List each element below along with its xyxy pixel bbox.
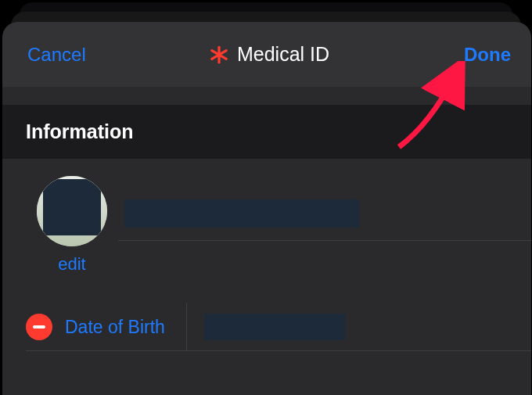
name-field[interactable] bbox=[118, 176, 531, 228]
divider-vertical bbox=[186, 303, 187, 351]
cancel-button[interactable]: Cancel bbox=[27, 44, 86, 65]
avatar[interactable] bbox=[37, 176, 107, 246]
section-content: edit Date of Birth bbox=[2, 159, 531, 351]
page-title: Medical ID bbox=[209, 43, 329, 66]
divider bbox=[118, 240, 531, 241]
spacer bbox=[2, 87, 531, 105]
date-of-birth-value-redacted[interactable] bbox=[204, 314, 345, 340]
remove-dob-button[interactable] bbox=[26, 314, 52, 340]
minus-icon bbox=[33, 325, 45, 329]
name-value-redacted bbox=[124, 199, 359, 228]
medical-asterisk-icon bbox=[209, 45, 229, 65]
done-button[interactable]: Done bbox=[464, 44, 511, 65]
section-header-information: Information bbox=[2, 105, 531, 159]
navigation-bar: Cancel Medical ID Done bbox=[2, 22, 531, 87]
modal-sheet: Cancel Medical ID Done Information bbox=[2, 22, 531, 395]
edit-photo-button[interactable]: edit bbox=[58, 254, 85, 275]
divider bbox=[26, 350, 531, 351]
avatar-redaction bbox=[43, 179, 101, 235]
date-of-birth-label[interactable]: Date of Birth bbox=[65, 317, 165, 338]
page-title-text: Medical ID bbox=[237, 43, 329, 66]
profile-row: edit bbox=[2, 176, 531, 275]
date-of-birth-row: Date of Birth bbox=[2, 303, 531, 351]
